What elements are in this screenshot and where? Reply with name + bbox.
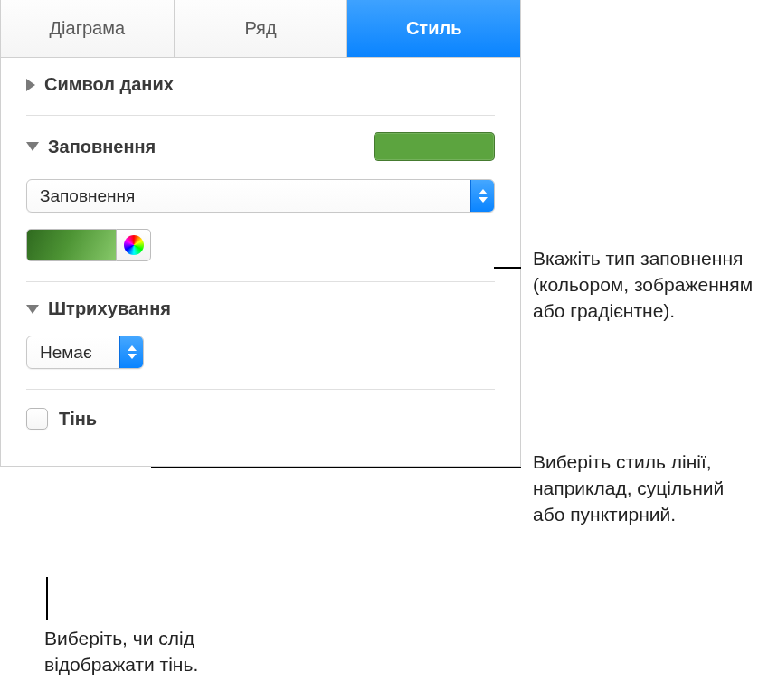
shadow-label: Тінь [59,409,97,430]
tab-style[interactable]: Стиль [347,0,520,57]
callout-line-stroke [151,467,521,468]
section-shadow: Тінь [26,390,495,439]
shadow-checkbox-row: Тінь [26,408,495,430]
color-picker-button[interactable] [117,229,151,261]
disclosure-right-icon [26,79,35,91]
fill-type-label: Заповнення [27,186,147,206]
fill-gradient-preview[interactable] [26,229,117,261]
disclosure-down-icon [26,305,39,314]
section-fill: Заповнення Заповнення [26,116,495,282]
fill-type-select[interactable]: Заповнення [26,179,495,213]
fill-color-swatch[interactable] [374,132,495,161]
popup-stepper-icon [470,180,494,212]
callout-line-fill [494,267,521,269]
stroke-style-label: Немає [27,343,105,363]
section-header-stroke[interactable]: Штрихування [26,298,495,319]
section-title-data-symbol: Символ даних [44,74,174,95]
callout-fill: Вкажіть тип заповнення (кольором, зображ… [533,246,759,325]
section-stroke: Штрихування Немає [26,282,495,390]
color-wheel-icon [124,235,144,255]
callout-stroke: Виберіть стиль лінії, наприклад, суцільн… [533,449,759,528]
callout-shadow: Виберіть, чи слід відображати тінь. [44,626,270,678]
section-data-symbol: Символ даних [26,58,495,116]
tab-chart[interactable]: Діаграма [1,0,175,57]
inspector-panel: Діаграма Ряд Стиль Символ даних Заповнен… [0,0,521,467]
disclosure-down-icon [26,142,39,151]
tab-series[interactable]: Ряд [175,0,348,57]
stroke-style-select[interactable]: Немає [26,336,144,369]
callout-line-shadow [46,577,48,620]
popup-stepper-icon [119,336,143,368]
section-title-stroke: Штрихування [48,298,171,319]
fill-color-row [26,229,495,261]
shadow-checkbox[interactable] [26,408,48,430]
section-title-fill: Заповнення [48,137,156,157]
section-header-fill[interactable]: Заповнення [26,137,156,157]
section-header-data-symbol[interactable]: Символ даних [26,74,495,95]
panel-content: Символ даних Заповнення Заповнення [1,58,520,466]
tab-bar: Діаграма Ряд Стиль [1,0,520,58]
